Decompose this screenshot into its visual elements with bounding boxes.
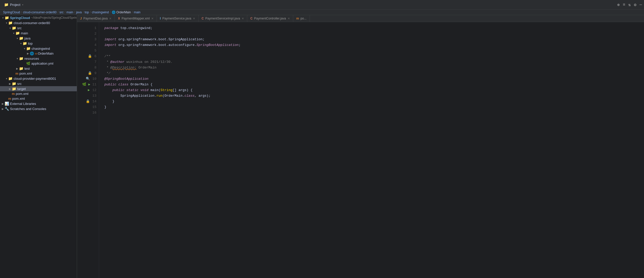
- breadcrumb-part[interactable]: chasingwind: [92, 11, 109, 14]
- tree-label: pom.xml: [12, 97, 25, 101]
- folder-icon: 📁: [5, 16, 9, 20]
- controller-tab-icon: C: [250, 17, 253, 20]
- tab-label: PaymentServiceImpl.java: [205, 17, 240, 20]
- arrow-icon: ▾: [12, 32, 15, 35]
- code-line-2: [104, 31, 639, 36]
- tab-paymentservice[interactable]: I PaymentService.java ✕: [157, 15, 198, 22]
- tree-label: OrderMain: [38, 52, 53, 55]
- breadcrumb-part[interactable]: main: [134, 11, 140, 14]
- tree-item-chasingwind[interactable]: ▾ 📁 chasingwind: [0, 46, 77, 51]
- yaml-icon: 🌿: [26, 62, 30, 65]
- project-label: Project: [10, 3, 20, 7]
- breadcrumb-part[interactable]: 🌐 OrderMain: [112, 11, 131, 14]
- tree-item-cloud-provider[interactable]: ▾ 📁 cloud-provider-payment8001: [0, 76, 77, 81]
- code-editor[interactable]: 1 2 3 4 5 🔒6 7 8 🔒9 🔍10 🌿 ▶ 11 ▶ 12: [77, 22, 644, 278]
- line-number-6: 🔒6: [77, 53, 99, 59]
- tab-paymentserviceimpl[interactable]: C PaymentServiceImpl.java ✕: [198, 15, 247, 22]
- breadcrumb-part[interactable]: SpringCloud: [3, 11, 20, 14]
- maven-icon: m: [12, 92, 15, 96]
- tree-item-test[interactable]: ▶ 📁 test: [0, 66, 77, 71]
- tree-item-java[interactable]: ▾ 📁 java: [0, 36, 77, 41]
- settings-icon[interactable]: ⚙: [634, 2, 637, 7]
- tab-close-icon[interactable]: ✕: [242, 17, 244, 20]
- line-number-14: 🔒14: [77, 98, 99, 104]
- list-icon[interactable]: ≡: [623, 3, 626, 7]
- code-content[interactable]: package top.chasingwind; import org.spri…: [99, 22, 644, 278]
- arrow-icon: ▾: [15, 37, 19, 40]
- tree-item-ext-libs[interactable]: ▶ 📊 External Libraries: [0, 101, 77, 106]
- maven-icon: m: [8, 97, 11, 101]
- tree-label: cloud-consumer-order80: [14, 21, 50, 25]
- folder-icon: 📁: [12, 82, 16, 86]
- tree-item-cloud-consumer[interactable]: ▾ 📁 cloud-consumer-order80: [0, 20, 77, 25]
- library-icon: 📊: [5, 102, 9, 106]
- tree-item-src2[interactable]: ▶ 📁 src: [0, 81, 77, 86]
- breadcrumb-part[interactable]: src: [59, 11, 63, 14]
- tree-item-scratches[interactable]: ▶ 🔧 Scratches and Consoles: [0, 106, 77, 111]
- tree-label: test: [24, 67, 30, 71]
- breadcrumb-part[interactable]: main: [67, 11, 73, 14]
- keyword-package: package: [104, 26, 118, 30]
- code-line-9: */: [104, 70, 639, 76]
- sort-icon[interactable]: ⇅: [628, 2, 631, 7]
- tree-item-ordermain[interactable]: ▶ 🌐 m OrderMain: [0, 51, 77, 56]
- code-line-7: * @author wuxinhua on 2021/12/30.: [104, 59, 639, 65]
- tree-item-springcloud[interactable]: ▾ 📁 SpringCloud ~/IdeaProjects/SpringClo…: [0, 15, 77, 20]
- arrow-icon: ▶: [26, 52, 30, 55]
- line-number-11: 🌿 ▶ 11: [77, 82, 99, 87]
- tree-label: main: [21, 31, 28, 35]
- tab-label: PaymentDao.java: [83, 17, 108, 20]
- tree-item-pom3[interactable]: m pom.xml: [0, 96, 77, 101]
- tree-item-pom2[interactable]: m pom.xml: [0, 91, 77, 96]
- tree-item-top[interactable]: ▾ 📁 top: [0, 41, 77, 46]
- project-panel-button[interactable]: 📁 Project ▾: [2, 2, 26, 8]
- code-line-15: }: [104, 104, 639, 110]
- breadcrumb-part[interactable]: top: [85, 11, 89, 14]
- tab-close-icon[interactable]: ✕: [109, 17, 111, 20]
- minimize-icon[interactable]: —: [639, 3, 642, 7]
- earth-icon[interactable]: ⊕: [617, 2, 620, 7]
- code-line-14: }: [104, 98, 639, 104]
- tree-label: SpringCloud: [10, 16, 30, 20]
- line-number-16: 16: [77, 110, 99, 115]
- line-number-12: ▶ 12: [77, 87, 99, 93]
- line-number-13: 13: [77, 93, 99, 98]
- top-bar: 📁 Project ▾ ⊕ ≡ ⇅ ⚙ —: [0, 0, 644, 10]
- tree-label: application.yml: [31, 62, 53, 65]
- folder-icon: 📁: [23, 41, 27, 45]
- scratches-icon: 🔧: [5, 107, 9, 111]
- java-tab-icon: J: [80, 17, 82, 20]
- breadcrumb-part[interactable]: java: [76, 11, 82, 14]
- tree-item-application-yml[interactable]: 🌿 application.yml: [0, 61, 77, 66]
- tree-item-pom1[interactable]: m pom.xml: [0, 71, 77, 76]
- folder-icon: 📁: [12, 26, 16, 30]
- tree-label: target: [17, 87, 26, 91]
- tab-label: PaymentMapper.xml: [121, 17, 149, 20]
- line-number-10: 🔍10: [77, 76, 99, 82]
- maven-tab-icon: m: [296, 17, 299, 20]
- arrow-icon: ▶: [1, 102, 5, 105]
- tree-item-src1[interactable]: ▾ 📁 src: [0, 25, 77, 31]
- arrow-icon: ▶: [15, 67, 19, 70]
- tab-paymentcontroller[interactable]: C PaymentController.java ✕: [247, 15, 293, 22]
- tab-paymentdao[interactable]: J PaymentDao.java ✕: [77, 15, 115, 22]
- arrow-icon: ▾: [23, 47, 26, 50]
- arrow-icon: ▾: [8, 27, 12, 29]
- breadcrumb-part[interactable]: cloud-consumer-order80: [23, 11, 56, 14]
- tab-close-icon[interactable]: ✕: [151, 17, 154, 20]
- folder-icon: 📁: [19, 56, 23, 61]
- keyword-import2: import: [104, 43, 116, 47]
- tab-more[interactable]: m po...: [293, 15, 310, 22]
- code-line-11: public class OrderMain {: [104, 82, 639, 87]
- line-number-7: 7: [77, 59, 99, 65]
- tree-item-target[interactable]: ▶ 📁 target: [0, 86, 77, 91]
- tab-close-icon[interactable]: ✕: [288, 17, 290, 20]
- tree-label: External Libraries: [10, 102, 36, 106]
- tree-item-main[interactable]: ▾ 📁 main: [0, 31, 77, 36]
- folder-icon: 📁: [19, 36, 23, 40]
- line-number-1: 1: [77, 25, 99, 31]
- tree-item-resources[interactable]: ▾ 📁 resources: [0, 56, 77, 61]
- tab-close-icon[interactable]: ✕: [193, 17, 195, 20]
- tab-paymentmapper[interactable]: X PaymentMapper.xml ✕: [115, 15, 157, 22]
- code-line-6: /**: [104, 53, 639, 59]
